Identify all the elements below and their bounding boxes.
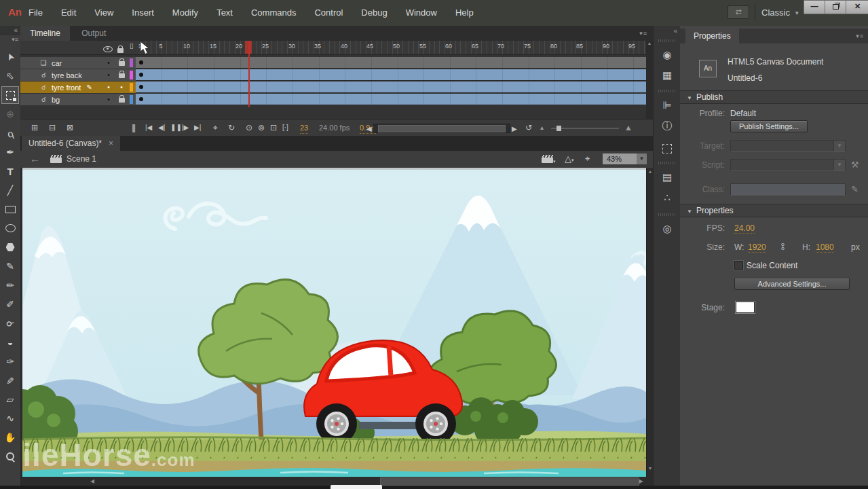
zoom-out-frames-icon[interactable]: ▴ <box>540 122 544 133</box>
menu-help[interactable]: Help <box>455 7 474 18</box>
swatches-panel-icon[interactable]: ▦ <box>654 67 681 84</box>
properties-section-header[interactable]: ▼Properties <box>680 204 868 217</box>
onion-skin-outlines-button[interactable]: ⊚ <box>258 122 265 133</box>
menu-control[interactable]: Control <box>314 7 343 18</box>
align-panel-icon[interactable]: ⊫ <box>654 96 681 114</box>
eyedropper-tool[interactable]: ✐ <box>1 372 19 389</box>
layer-frames[interactable] <box>136 82 646 93</box>
new-folder-button[interactable]: ⊟ <box>49 122 56 133</box>
color-panel-icon[interactable]: ◉ <box>654 46 681 64</box>
ink-bottle-tool[interactable]: ✑ <box>1 352 19 370</box>
center-stage-button[interactable]: ⌖ <box>585 153 590 164</box>
scale-content-checkbox[interactable] <box>734 261 743 270</box>
menu-debug[interactable]: Debug <box>361 7 387 18</box>
reset-timeline-zoom-button[interactable]: ↺ <box>525 122 532 133</box>
new-layer-button[interactable]: ⊞ <box>31 122 38 133</box>
edit-scene-button[interactable]: ▾ <box>542 155 556 165</box>
menu-text[interactable]: Text <box>216 7 233 18</box>
visibility-dot[interactable]: • <box>105 96 113 103</box>
workspace-switcher[interactable]: Classic ▾ <box>761 7 798 18</box>
height-value-field[interactable]: 1080 <box>816 242 834 253</box>
zoom-level-field[interactable]: 43% <box>603 153 637 164</box>
brush-tool[interactable]: ✏ <box>1 276 19 294</box>
layer-frames[interactable] <box>136 69 646 81</box>
properties-panel-menu-icon[interactable]: ▾≡ <box>856 33 864 39</box>
scroll-right-icon[interactable]: ▶ <box>639 478 643 484</box>
layer-color-swatch[interactable] <box>130 83 133 92</box>
layer-name-area[interactable]: ☌ bg • <box>20 94 136 105</box>
restore-button[interactable] <box>825 0 846 14</box>
hand-tool[interactable]: ✋ <box>1 429 19 446</box>
loop-button[interactable]: ↻ <box>228 122 235 133</box>
menu-window[interactable]: Window <box>406 7 437 18</box>
timeline-scroll-right-icon[interactable]: ▶ <box>512 124 517 134</box>
timeline-scrollbar[interactable] <box>373 124 510 133</box>
sync-settings-button[interactable]: ⇄ <box>728 5 749 19</box>
step-forward-button[interactable]: |▶ <box>182 122 189 133</box>
drag-grip[interactable] <box>658 39 676 42</box>
tab-timeline[interactable]: Timeline <box>20 26 70 41</box>
drag-grip[interactable] <box>658 213 676 216</box>
advanced-settings-button[interactable]: Advanced Settings... <box>734 278 850 290</box>
layer-name-area[interactable]: ☌ tyre back • <box>20 69 136 81</box>
zoom-dropdown-icon[interactable]: ▼ <box>637 153 647 164</box>
subselection-tool[interactable]: ⇧ <box>1 67 19 85</box>
paint-bucket-tool[interactable]: ◒ <box>1 333 19 351</box>
paint-brush-tool[interactable]: ✐ <box>1 295 19 313</box>
unlock-dot[interactable]: • <box>117 84 126 91</box>
outline-column-icon[interactable]: ▯ <box>130 42 134 50</box>
visibility-dot[interactable]: • <box>105 59 113 67</box>
frame-rate-field[interactable]: 24.00 fps <box>319 122 350 133</box>
close-button[interactable]: ✕ <box>846 0 868 14</box>
3d-rotation-tool[interactable]: ⊕ <box>1 105 19 123</box>
collapse-panel-icon[interactable]: « <box>0 26 20 35</box>
panel-menu-icon[interactable]: ▾≡ <box>0 35 20 45</box>
menu-modify[interactable]: Modify <box>172 7 198 18</box>
pause-button[interactable]: ❚❚ <box>170 122 182 133</box>
menu-commands[interactable]: Commands <box>251 7 296 18</box>
minimize-button[interactable]: — <box>804 0 825 14</box>
rectangle-tool[interactable] <box>1 200 19 218</box>
frame-zoom-slider[interactable] <box>551 128 619 129</box>
selection-tool[interactable]: ➤ <box>1 48 19 66</box>
step-back-button[interactable]: ◀| <box>158 122 165 133</box>
go-first-frame-button[interactable]: |◀ <box>145 122 152 133</box>
tab-properties[interactable]: Properties <box>685 29 739 43</box>
onion-skin-button[interactable]: ⊙ <box>246 122 252 133</box>
line-tool[interactable]: ╱ <box>1 181 19 199</box>
menu-file[interactable]: File <box>29 7 43 18</box>
free-transform-tool[interactable] <box>1 86 19 104</box>
modify-markers-button[interactable]: [·] <box>282 122 288 133</box>
frame-zoom-slider-thumb[interactable] <box>556 126 561 131</box>
visibility-dot[interactable]: • <box>105 71 113 79</box>
lock-icon[interactable] <box>117 59 126 67</box>
lasso-tool[interactable]: ρ <box>1 124 19 142</box>
document-name-label[interactable]: Untitled-6 <box>728 73 762 83</box>
timeline-scroll-left-icon[interactable]: ◀ <box>366 124 372 134</box>
publish-section-header[interactable]: ▼Publish <box>680 90 868 104</box>
width-value-field[interactable]: 1920 <box>748 242 766 253</box>
playhead-line[interactable] <box>248 42 250 107</box>
publish-settings-button[interactable]: Publish Settings... <box>730 120 808 132</box>
edit-symbols-button[interactable]: △▾ <box>565 153 574 164</box>
fps-value-field[interactable]: 24.00 <box>734 223 755 234</box>
eraser-tool[interactable]: ▱ <box>1 391 19 408</box>
document-tab[interactable]: Untitled-6 (Canvas)* × <box>22 136 120 151</box>
visibility-column-icon[interactable] <box>103 45 113 54</box>
layer-color-swatch[interactable] <box>130 58 133 67</box>
horizontal-scrollbar-thumb[interactable] <box>380 477 639 486</box>
tab-output[interactable]: Output <box>72 26 115 41</box>
layer-color-swatch[interactable] <box>130 71 133 79</box>
edit-multiple-frames-button[interactable]: ⊡ <box>270 122 277 133</box>
zoom-in-frames-icon[interactable]: ▲ <box>624 122 633 133</box>
text-tool[interactable]: T <box>1 162 19 180</box>
scene-label[interactable]: Scene 1 <box>67 154 96 164</box>
menu-insert[interactable]: Insert <box>132 7 154 18</box>
expand-dock-icon[interactable]: « <box>654 27 681 35</box>
bone-tool[interactable]: ☌ <box>1 314 19 332</box>
layer-frames[interactable] <box>136 94 646 105</box>
lock-icon[interactable] <box>117 71 126 79</box>
go-last-frame-button[interactable]: ▶| <box>194 122 201 133</box>
creative-cloud-icon[interactable]: ◎ <box>654 220 681 238</box>
stage-color-swatch[interactable] <box>736 302 755 313</box>
